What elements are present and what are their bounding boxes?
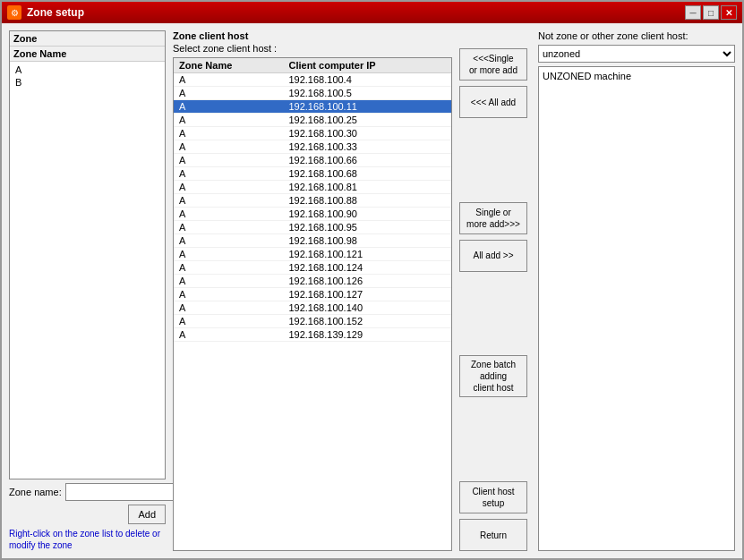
zone-group-title: Zone	[10, 31, 165, 47]
client-host-setup-button[interactable]: Client host setup	[459, 481, 527, 513]
unzoned-list[interactable]: UNZONED machine	[538, 66, 735, 551]
table-row[interactable]: A192.168.100.5	[174, 87, 451, 100]
table-row[interactable]: A192.168.100.127	[174, 288, 451, 301]
client-table-wrapper[interactable]: Zone Name Client computer IP A192.168.10…	[173, 57, 452, 551]
minimize-button[interactable]: ─	[685, 5, 701, 20]
zone-name-row: Zone name:	[9, 483, 166, 501]
zone-list-item[interactable]: A	[12, 64, 163, 76]
dropdown-row: unzoned	[538, 45, 735, 63]
zone-list-item[interactable]: B	[12, 76, 163, 89]
hint-text: Right-click on the zone list to delete o…	[9, 528, 166, 551]
zone-name-label: Zone name:	[9, 487, 62, 497]
window-icon: ⚙	[7, 5, 21, 20]
table-row[interactable]: A192.168.100.33	[174, 140, 451, 154]
table-row[interactable]: A192.168.100.66	[174, 154, 451, 167]
table-row[interactable]: A192.168.100.90	[174, 208, 451, 221]
all-add-left-button[interactable]: <<< All add	[459, 86, 527, 118]
buttons-panel: <<<Single or more add <<< All add Single…	[459, 30, 531, 551]
select-hint: Select zone client host :	[173, 43, 452, 54]
bottom-controls: Zone name: Add Right-click on the zone l…	[9, 483, 166, 551]
single-more-add-left-button[interactable]: <<<Single or more add	[459, 48, 527, 81]
table-row[interactable]: A192.168.100.124	[174, 261, 451, 275]
zone-panel-group: Zone Zone Name AB	[9, 30, 166, 479]
not-zone-title: Not zone or other zone client host:	[538, 30, 735, 41]
table-row[interactable]: A192.168.100.121	[174, 248, 451, 261]
table-row[interactable]: A192.168.139.129	[174, 328, 451, 342]
zone-batch-adding-button[interactable]: Zone batch adding client host	[459, 355, 527, 397]
middle-panel: Zone client host Select zone client host…	[173, 30, 452, 551]
table-row[interactable]: A192.168.100.11	[174, 100, 451, 114]
table-row[interactable]: A192.168.100.95	[174, 221, 451, 234]
table-row[interactable]: A192.168.100.140	[174, 301, 451, 315]
table-row[interactable]: A192.168.100.126	[174, 275, 451, 288]
table-row[interactable]: A192.168.100.4	[174, 73, 451, 87]
client-table: Zone Name Client computer IP A192.168.10…	[174, 58, 451, 342]
title-bar: ⚙ Zone setup ─ □ ✕	[2, 2, 742, 23]
unzoned-machine-label: UNZONED machine	[543, 71, 631, 81]
title-buttons: ─ □ ✕	[685, 5, 737, 20]
maximize-button[interactable]: □	[703, 5, 719, 20]
return-button[interactable]: Return	[459, 519, 527, 551]
table-row[interactable]: A192.168.100.88	[174, 194, 451, 208]
zone-client-title: Zone client host	[173, 30, 452, 41]
table-row[interactable]: A192.168.100.30	[174, 127, 451, 140]
col-zone-name: Zone Name	[174, 58, 283, 73]
single-more-add-right-button[interactable]: Single or more add>>>	[459, 202, 527, 234]
main-content: Zone Zone Name AB Zone name: Add Right-c…	[2, 23, 742, 558]
col-client-ip: Client computer IP	[283, 58, 451, 73]
right-panel: Not zone or other zone client host: unzo…	[538, 30, 735, 551]
zone-dropdown[interactable]: unzoned	[538, 45, 735, 63]
close-button[interactable]: ✕	[721, 5, 737, 20]
table-row[interactable]: A192.168.100.152	[174, 315, 451, 328]
window-title: Zone setup	[27, 6, 84, 19]
table-row[interactable]: A192.168.100.81	[174, 181, 451, 194]
main-window: ⚙ Zone setup ─ □ ✕ Zone Zone Name AB Zon…	[0, 0, 744, 560]
table-row[interactable]: A192.168.100.68	[174, 167, 451, 181]
all-add-right-button[interactable]: All add >>	[459, 240, 527, 272]
add-zone-button[interactable]: Add	[128, 505, 166, 524]
title-bar-left: ⚙ Zone setup	[7, 5, 84, 20]
zone-list[interactable]: AB	[10, 62, 165, 479]
zone-list-header: Zone Name	[10, 47, 165, 62]
left-panel: Zone Zone Name AB Zone name: Add Right-c…	[9, 30, 166, 551]
table-row[interactable]: A192.168.100.25	[174, 114, 451, 127]
table-row[interactable]: A192.168.100.98	[174, 234, 451, 248]
